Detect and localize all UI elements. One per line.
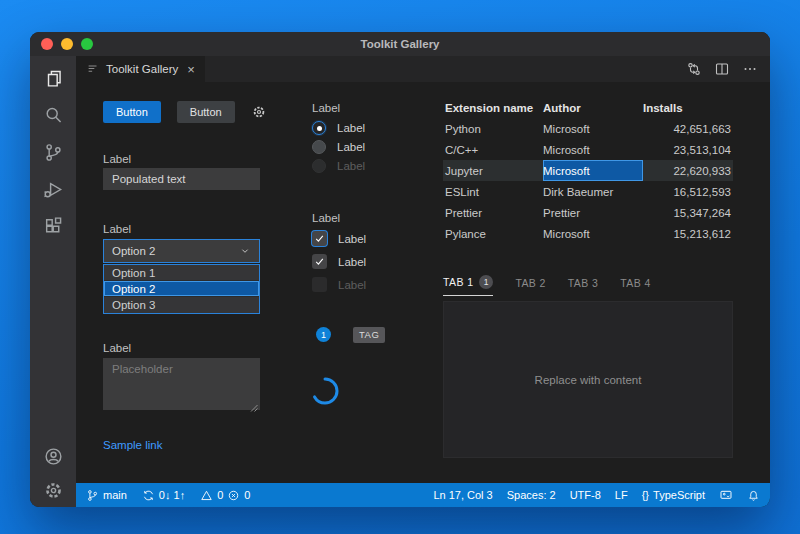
dropdown-value: Option 2: [112, 245, 155, 257]
dropdown-option-1[interactable]: Option 1: [104, 265, 259, 281]
radio-disabled-icon: [312, 159, 326, 173]
column-header: Author: [543, 102, 643, 114]
text-field[interactable]: [103, 168, 260, 190]
minimize-window-button[interactable]: [61, 38, 73, 50]
table-row[interactable]: Python Microsoft 42,651,663: [443, 118, 733, 139]
tag-chip: TAG: [353, 327, 385, 343]
tab-count-badge: 1: [479, 275, 493, 289]
checkbox-group-label: Label: [312, 212, 340, 224]
split-editor-icon[interactable]: [714, 61, 730, 77]
indentation[interactable]: Spaces: 2: [507, 489, 556, 501]
sample-link[interactable]: Sample link: [103, 439, 162, 451]
panel-tab-4[interactable]: TAB 4: [620, 275, 650, 296]
titlebar[interactable]: Toolkit Gallery: [30, 32, 770, 56]
chevron-down-icon: [239, 245, 251, 257]
data-grid: Extension name Author Installs Python Mi…: [443, 98, 733, 244]
editor-actions: [686, 56, 770, 82]
account-icon[interactable]: [30, 439, 76, 473]
close-window-button[interactable]: [41, 38, 53, 50]
table-row[interactable]: Pylance Microsoft 15,213,612: [443, 223, 733, 244]
checkbox-checked-icon: [312, 231, 327, 246]
sync-indicator[interactable]: 0↓ 1↑: [142, 489, 185, 502]
checkbox-label: Label: [338, 256, 366, 268]
open-changes-icon[interactable]: [686, 61, 702, 77]
progress-ring: [310, 376, 340, 410]
selected-cell[interactable]: Microsoft: [543, 160, 643, 181]
checkbox-option-checked[interactable]: Label: [312, 254, 366, 269]
git-branch-icon: [86, 489, 99, 502]
toolkit-gallery-webview: Button Button Label Label Option 2: [76, 82, 770, 483]
zoom-window-button[interactable]: [81, 38, 93, 50]
extensions-icon[interactable]: [30, 208, 76, 245]
search-icon[interactable]: [30, 97, 76, 134]
settings-gear-icon[interactable]: [30, 473, 76, 507]
panel-placeholder-text: Replace with content: [535, 374, 642, 386]
count-badge: 1: [316, 327, 331, 342]
table-row[interactable]: Prettier Prettier 15,347,264: [443, 202, 733, 223]
secondary-button[interactable]: Button: [177, 101, 235, 123]
dropdown-option-3[interactable]: Option 3: [104, 297, 259, 313]
feedback-icon[interactable]: [719, 488, 733, 502]
language-mode[interactable]: {} TypeScript: [642, 489, 705, 501]
tab-label: Toolkit Gallery: [106, 63, 178, 75]
checkbox-label: Label: [338, 233, 366, 245]
panel-content: Replace with content: [443, 301, 733, 458]
braces-icon: {}: [642, 489, 649, 501]
status-bar: main 0↓ 1↑ 0 0 Ln 17, Col 3 Spaces:: [76, 483, 770, 507]
table-row[interactable]: C/C++ Microsoft 23,513,104: [443, 139, 733, 160]
text-area[interactable]: [103, 358, 260, 410]
radio-group-label: Label: [312, 102, 340, 114]
panel-tab-2[interactable]: TAB 2: [515, 275, 545, 296]
more-actions-icon[interactable]: [742, 61, 758, 77]
panel-tab-1[interactable]: TAB 1 1: [443, 275, 493, 296]
checkbox-checked-icon: [312, 254, 327, 269]
branch-indicator[interactable]: main: [86, 489, 127, 502]
notifications-bell-icon[interactable]: [747, 489, 760, 502]
encoding[interactable]: UTF-8: [570, 489, 601, 501]
radio-label: Label: [337, 160, 365, 172]
radio-checked-icon: [312, 121, 326, 135]
radio-unchecked-icon: [312, 140, 326, 154]
activity-bar: [30, 56, 76, 507]
table-row[interactable]: ESLint Dirk Baeumer 16,512,593: [443, 181, 733, 202]
eol-sequence[interactable]: LF: [615, 489, 628, 501]
radio-label: Label: [337, 122, 365, 134]
preview-icon: [86, 62, 100, 76]
checkbox-option-disabled: Label: [312, 277, 366, 292]
tab-close-icon[interactable]: ×: [187, 63, 195, 76]
sync-icon: [142, 489, 155, 502]
window-controls: [41, 38, 93, 50]
table-row-selected[interactable]: Jupyter Microsoft 22,620,933: [443, 160, 733, 181]
desktop: Toolkit Gallery: [0, 0, 800, 534]
error-icon: [227, 489, 240, 502]
checkbox-label: Label: [338, 279, 366, 291]
vscode-window: Toolkit Gallery: [30, 32, 770, 507]
warning-icon: [200, 489, 213, 502]
explorer-icon[interactable]: [30, 60, 76, 97]
source-control-icon[interactable]: [30, 134, 76, 171]
dropdown-option-2[interactable]: Option 2: [104, 281, 259, 297]
problems-indicator[interactable]: 0 0: [200, 489, 250, 502]
radio-option-checked[interactable]: Label: [312, 121, 365, 135]
checkbox-unchecked-icon: [312, 277, 327, 292]
tab-toolkit-gallery[interactable]: Toolkit Gallery ×: [76, 56, 205, 82]
gear-icon-button[interactable]: [251, 104, 267, 120]
dropdown-label: Label: [103, 223, 131, 235]
cursor-position[interactable]: Ln 17, Col 3: [433, 489, 492, 501]
data-grid-header: Extension name Author Installs: [443, 98, 733, 118]
radio-label: Label: [337, 141, 365, 153]
checkbox-option-checked-focused[interactable]: Label: [312, 231, 366, 246]
radio-option-unchecked[interactable]: Label: [312, 140, 365, 154]
dropdown[interactable]: Option 2: [103, 239, 260, 263]
window-title: Toolkit Gallery: [360, 38, 439, 50]
text-field-label: Label: [103, 153, 131, 165]
column-header: Installs: [643, 102, 731, 114]
text-area-label: Label: [103, 342, 131, 354]
column-header: Extension name: [443, 102, 543, 114]
run-debug-icon[interactable]: [30, 171, 76, 208]
primary-button[interactable]: Button: [103, 101, 161, 123]
dropdown-listbox: Option 1 Option 2 Option 3: [103, 264, 260, 314]
panel-tab-3[interactable]: TAB 3: [568, 275, 598, 296]
panel-tabs: TAB 1 1 TAB 2 TAB 3 TAB 4: [443, 275, 651, 296]
editor-tab-bar: Toolkit Gallery ×: [76, 56, 770, 82]
